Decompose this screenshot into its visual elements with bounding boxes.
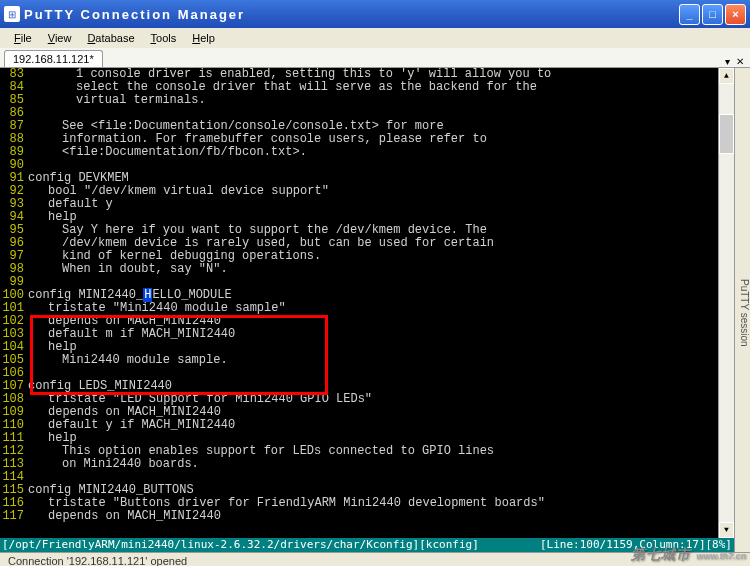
code-area: 1 console driver is enabled, setting thi… (28, 68, 718, 538)
code-line: default y if MACH_MINI2440 (28, 419, 718, 432)
code-line: When in doubt, say "N". (28, 263, 718, 276)
scrollbar-vertical[interactable]: ▲ ▼ (718, 68, 734, 538)
code-line (28, 159, 718, 172)
tab-bar: 192.168.11.121* ▾ ✕ (0, 48, 750, 68)
code-line: bool "/dev/kmem virtual device support" (28, 185, 718, 198)
window-controls: _ □ × (679, 4, 746, 25)
maximize-button[interactable]: □ (702, 4, 723, 25)
code-line: on Mini2440 boards. (28, 458, 718, 471)
code-line: virtual terminals. (28, 94, 718, 107)
code-line: Mini2440 module sample. (28, 354, 718, 367)
menu-database[interactable]: Database (81, 30, 140, 46)
menu-view[interactable]: View (42, 30, 78, 46)
menu-tools[interactable]: Tools (145, 30, 183, 46)
scroll-thumb[interactable] (719, 114, 734, 154)
tab-label: 192.168.11.121* (13, 53, 94, 65)
line-numbers: 8384858687888990919293949596979899100101… (0, 68, 28, 538)
menu-help[interactable]: Help (186, 30, 221, 46)
code-line: depends on MACH_MINI2440 (28, 510, 718, 523)
status-path: [/opt/FriendlyARM/mini2440/linux-2.6.32.… (2, 538, 479, 552)
terminal[interactable]: 8384858687888990919293949596979899100101… (0, 68, 734, 538)
close-button[interactable]: × (725, 4, 746, 25)
scroll-up-icon[interactable]: ▲ (719, 68, 734, 84)
window-title: PuTTY Connection Manager (24, 7, 679, 22)
minimize-button[interactable]: _ (679, 4, 700, 25)
tab-session[interactable]: 192.168.11.121* (4, 50, 103, 67)
line-number: 117 (0, 510, 24, 523)
tab-dropdown-icon[interactable]: ▾ (723, 56, 732, 67)
scroll-down-icon[interactable]: ▼ (719, 522, 734, 538)
code-line: default m if MACH_MINI2440 (28, 328, 718, 341)
side-panel-tab[interactable]: PuTTY session (734, 68, 750, 552)
tab-close-icon[interactable]: ✕ (734, 56, 746, 67)
watermark: 第七城市 www.th7.cn (631, 546, 746, 564)
titlebar: ⊞ PuTTY Connection Manager _ □ × (0, 0, 750, 28)
menu-file[interactable]: File (8, 30, 38, 46)
code-line: <file:Documentation/fb/fbcon.txt>. (28, 146, 718, 159)
menubar: File View Database Tools Help (0, 28, 750, 48)
editor-status-bar: [/opt/FriendlyARM/mini2440/linux-2.6.32.… (0, 538, 734, 552)
code-line: default y (28, 198, 718, 211)
scroll-track[interactable] (719, 84, 734, 522)
connection-status: Connection '192.168.11.121' opened (8, 555, 187, 566)
app-icon: ⊞ (4, 6, 20, 22)
